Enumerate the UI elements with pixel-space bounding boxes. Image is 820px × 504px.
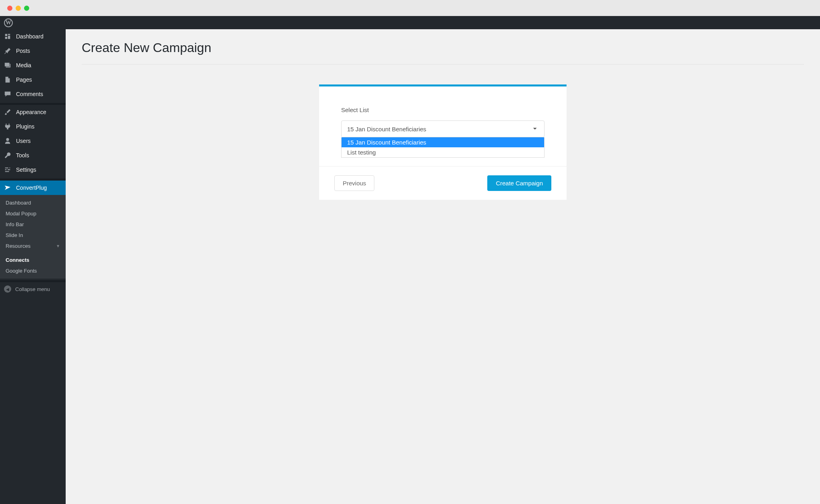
dropdown-option[interactable]: 15 Jan Discount Beneficiaries	[342, 137, 544, 147]
window-close-icon[interactable]	[7, 6, 12, 11]
sidebar-item-tools[interactable]: Tools	[0, 148, 66, 163]
brush-icon	[4, 108, 12, 116]
submenu-item-slide-in[interactable]: Slide In	[0, 230, 66, 241]
page-icon	[4, 76, 12, 84]
sidebar-item-label: Tools	[16, 152, 29, 159]
submenu-item-connects[interactable]: Connects	[0, 255, 66, 265]
list-dropdown: 15 Jan Discount Beneficiaries 15 Jan Dis…	[341, 120, 545, 137]
sidebar-item-label: Media	[16, 62, 31, 68]
sidebar-item-label: Users	[16, 138, 31, 144]
list-dropdown-menu: 15 Jan Discount Beneficiaries List testi…	[341, 137, 545, 158]
submenu-label: Modal Popup	[6, 211, 36, 217]
sidebar-item-comments[interactable]: Comments	[0, 87, 66, 101]
sidebar-item-media[interactable]: Media	[0, 58, 66, 72]
sidebar-item-label: Comments	[16, 91, 43, 97]
submenu-label: Resources	[6, 243, 30, 249]
previous-button[interactable]: Previous	[334, 175, 374, 191]
sidebar-item-plugins[interactable]: Plugins	[0, 119, 66, 134]
plug-icon	[4, 122, 12, 131]
submenu-item-google-fonts[interactable]: Google Fonts	[0, 265, 66, 276]
window-minimize-icon[interactable]	[16, 6, 21, 11]
sidebar-submenu-continued: Connects Google Fonts	[0, 254, 66, 279]
submenu-label: Info Bar	[6, 221, 24, 227]
window-titlebar	[0, 0, 820, 16]
select-list-label: Select List	[341, 106, 545, 113]
submenu-item-modal-popup[interactable]: Modal Popup	[0, 208, 66, 219]
submenu-item-dashboard[interactable]: Dashboard	[0, 197, 66, 208]
create-campaign-button[interactable]: Create Campaign	[487, 175, 551, 191]
submenu-label: Dashboard	[6, 200, 31, 206]
sidebar-submenu: Dashboard Modal Popup Info Bar Slide In …	[0, 195, 66, 254]
sidebar-item-label: Dashboard	[16, 33, 44, 40]
admin-bar: W	[0, 16, 820, 29]
collapse-menu-button[interactable]: ◀ Collapse menu	[0, 282, 66, 296]
list-dropdown-toggle[interactable]: 15 Jan Discount Beneficiaries	[341, 120, 545, 137]
collapse-arrow-icon: ◀	[4, 285, 11, 293]
window-maximize-icon[interactable]	[24, 6, 29, 11]
admin-sidebar: Dashboard Posts Media Pages Comments App…	[0, 29, 66, 504]
submenu-label: Slide In	[6, 232, 23, 238]
submenu-label: Connects	[6, 257, 29, 263]
sidebar-item-label: Pages	[16, 76, 32, 83]
sidebar-item-dashboard[interactable]: Dashboard	[0, 29, 66, 44]
campaign-card: Select List 15 Jan Discount Beneficiarie…	[319, 84, 567, 200]
submenu-label: Google Fonts	[6, 268, 37, 274]
sidebar-item-label: Appearance	[16, 109, 46, 115]
page-title: Create New Campaign	[82, 40, 804, 55]
submenu-item-info-bar[interactable]: Info Bar	[0, 219, 66, 230]
divider	[82, 64, 804, 64]
dashboard-icon	[4, 32, 12, 40]
media-icon	[4, 61, 12, 69]
submenu-item-resources[interactable]: Resources ▼	[0, 241, 66, 251]
card-footer: Previous Create Campaign	[319, 166, 567, 200]
user-icon	[4, 137, 12, 145]
sliders-icon	[4, 166, 12, 174]
main-content: Create New Campaign Select List 15 Jan D…	[66, 29, 820, 504]
sidebar-item-label: ConvertPlug	[16, 185, 47, 191]
chevron-down-icon: ▼	[56, 244, 60, 248]
sidebar-item-users[interactable]: Users	[0, 134, 66, 148]
pin-icon	[4, 47, 12, 55]
dropdown-option[interactable]: List testing	[342, 147, 544, 157]
sidebar-item-pages[interactable]: Pages	[0, 72, 66, 87]
convertplug-icon	[4, 184, 12, 192]
sidebar-item-label: Plugins	[16, 123, 34, 130]
wordpress-logo-icon[interactable]: W	[4, 18, 13, 27]
sidebar-item-convertplug[interactable]: ConvertPlug	[0, 181, 66, 195]
sidebar-item-settings[interactable]: Settings	[0, 163, 66, 177]
comment-icon	[4, 90, 12, 98]
dropdown-selected-value: 15 Jan Discount Beneficiaries	[347, 126, 426, 133]
sidebar-item-label: Settings	[16, 167, 36, 173]
sidebar-item-posts[interactable]: Posts	[0, 44, 66, 58]
sidebar-item-label: Posts	[16, 48, 30, 54]
wrench-icon	[4, 151, 12, 159]
collapse-label: Collapse menu	[15, 286, 50, 292]
sidebar-item-appearance[interactable]: Appearance	[0, 105, 66, 119]
chevron-down-icon	[531, 125, 539, 133]
